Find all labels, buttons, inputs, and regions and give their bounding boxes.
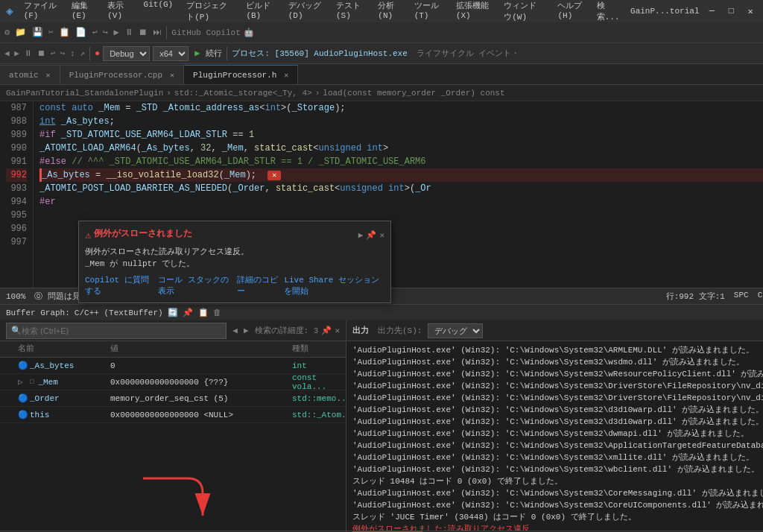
debug-sep [89,47,90,60]
col-header-value: 値 [104,341,286,357]
output-line-3: 'AudioPluginHost.exe' (Win32): 'C:\Windo… [352,380,763,392]
auto-panel-header: 🔍 ◀ ▶ 検索の詳細度: 3 📌 ✕ [0,320,346,341]
copilot-icon[interactable]: 🤖 [244,28,254,37]
error-popup-body1: 例外がスローされた読み取りアクセス違反。 [85,246,384,258]
output-line-10: 'AudioPluginHost.exe' (Win32): 'C:\Windo… [352,463,763,475]
menu-debug[interactable]: デバッグ(D) [282,0,329,25]
spc-indicator: SPC [734,291,749,302]
menu-bar[interactable]: ファイル(F) 編集(E) 表示(V) Git(G) プロジェクト(P) ビルド… [18,0,592,25]
breadcrumb: GainPanTutorial_StandalonePlugin › std::… [0,85,763,101]
var-row-this[interactable]: 🔵 this 0x0000000000000000 <NULL> std::_A… [0,407,346,423]
tab-atomic[interactable]: atomic ✕ [0,65,60,84]
output-source-select[interactable]: デバッグ [428,323,483,338]
tab-close-atomic[interactable]: ✕ [46,71,51,80]
play-icon[interactable]: ▶ [194,48,200,59]
close-button[interactable]: ✕ [744,4,757,19]
tab-close-pluginprocessor-h[interactable]: ✕ [284,71,288,80]
debug-toolbar: ◀ ▶ ⏸ ⏹ ↩ ↪ ↕ ↗ ● Debug x64 ▶ 続行 プロセス: [… [0,43,763,64]
show-callstack-link[interactable]: コール スタックの表示 [158,274,231,297]
menu-view[interactable]: 表示(V) [101,0,136,25]
var-rows: 🔵 _As_bytes 0 int ▷ □ _Mem 0x00000000000… [0,358,346,471]
menu-test[interactable]: テスト(S) [330,0,370,25]
breadcrumb-sep1: › [166,89,171,98]
menu-git[interactable]: Git(G) [138,0,180,25]
config-select[interactable]: Debug [103,46,150,61]
buffer-lang: C/C++ (TextBuffer) [75,308,163,317]
output-content[interactable]: 'AudioPluginHost.exe' (Win32): 'C:\Windo… [346,341,763,531]
auto-panel: 🔍 ◀ ▶ 検索の詳細度: 3 📌 ✕ 名前 値 種類 [0,320,346,532]
platform-select[interactable]: x64 [153,46,189,61]
tab-pluginprocessor-h[interactable]: PluginProcessor.h ✕ [184,65,298,84]
debug-sep2 [227,47,227,60]
editor-tabs[interactable]: atomic ✕ PluginProcessor.cpp ✕ PluginPro… [0,64,763,85]
tab-pluginprocessor-cpp[interactable]: PluginProcessor.cpp ✕ [60,65,184,84]
menu-tools[interactable]: ツール(T) [408,0,449,25]
var-icon-order: 🔵 [18,393,27,403]
var-type-order: std::memo... [286,393,346,405]
var-icon-this: 🔵 [18,410,27,419]
auto-search-input[interactable] [22,326,81,335]
output-line-6: 'AudioPluginHost.exe' (Win32): 'C:\Windo… [352,416,763,428]
output-line-9: 'AudioPluginHost.exe' (Win32): 'C:\Windo… [352,452,763,463]
red-arrow-svg [128,471,218,531]
var-type-mem: const vola... [286,372,346,393]
output-line-0: 'AudioPluginHost.exe' (Win32): 'C:\Windo… [352,344,763,356]
buffer-icons[interactable]: 🔄 📌 📋 🗑 [168,308,222,317]
error-popup-actions[interactable]: Copilot に質問する コール スタックの表示 詳細のコピー Live Sh… [85,274,384,297]
menu-analyze[interactable]: 分析(N) [372,0,406,25]
tab-close-pluginprocessor-cpp[interactable]: ✕ [170,71,174,80]
output-line-11: スレッド 10484 はコード 0 (0x0) で終了しました。 [352,475,763,487]
title-bar-right: 検索... GainP...torial ─ □ ✕ [597,0,757,22]
menu-project[interactable]: プロジェクト(P) [180,0,238,25]
github-copilot-label: GitHub Copilot [171,28,240,37]
menu-build[interactable]: ビルド(B) [240,0,280,25]
output-line-15: スレッド 'JUCE Timer' (30448) はコード 0 (0x0) で… [352,511,763,523]
nav-prev[interactable]: ◀ [232,326,238,335]
pin-btn[interactable]: 📌 [321,326,332,335]
app-icon: ◈ [6,4,13,19]
auto-col-headers: 名前 値 種類 [0,341,346,358]
output-panel: 出力 出力先(S): デバッグ 🗑 ⚙ 📌 ✕ 'AudioPluginHost… [346,320,763,532]
code-editor[interactable]: 987 988 989 990 991 992 993 994 995 996 … [0,101,763,288]
popup-close-icon[interactable]: ✕ [379,230,384,240]
window-title: GainP...torial [630,7,699,16]
panel-controls: 📌 ✕ [321,326,340,335]
breadcrumb-fn: load(const memory_order _Order) const [323,89,504,98]
var-icon-mem[interactable]: ▷ [18,377,27,387]
copy-details-link[interactable]: 詳細のコピー [237,274,278,297]
popup-play-icon[interactable]: ▶ [358,230,364,240]
menu-file[interactable]: ファイル(F) [18,0,64,25]
var-value-as-bytes: 0 [104,360,286,372]
col-header-name: 名前 [0,341,104,357]
toolbar-separator [166,26,167,39]
menu-extensions[interactable]: 拡張機能(X) [450,0,496,25]
minimize-button[interactable]: ─ [705,4,718,19]
menu-help[interactable]: ヘルプ(H) [551,0,592,25]
output-line-12: 'AudioPluginHost.exe' (Win32): 'C:\Windo… [352,487,763,499]
var-value-order: memory_order_seq_cst (5) [104,393,286,405]
var-row-order[interactable]: 🔵 _Order memory_order_seq_cst (5) std::m… [0,390,346,407]
output-line-5: 'AudioPluginHost.exe' (Win32): 'C:\Windo… [352,404,763,416]
debug-icons: ◀ ▶ ⏸ ⏹ ↩ ↪ ↕ ↗ [4,48,85,58]
error-popup: ⚠ 例外がスローされました ▶ 📌 ✕ 例外がスローされた読み取りアクセス違反。… [78,221,391,303]
var-icon-as-bytes: 🔵 [18,361,27,370]
breadcrumb-plugin: GainPanTutorial_StandalonePlugin [6,89,163,98]
nav-next[interactable]: ▶ [244,326,249,335]
live-share-link[interactable]: Live Share セッションを開始 [284,274,384,297]
menu-edit[interactable]: 編集(E) [66,0,100,25]
crlf-indicator: CRLF [758,291,763,302]
search-box[interactable]: 検索... [597,0,624,22]
var-row-mem[interactable]: ▷ □ _Mem 0x0000000000000000 {???} const … [0,374,346,390]
menu-window[interactable]: ウィンドウ(W) [498,0,550,25]
close-btn[interactable]: ✕ [335,326,340,335]
ask-copilot-link[interactable]: Copilot に質問する [85,274,152,297]
search-container[interactable]: 🔍 [6,323,227,339]
editor-section: atomic ✕ PluginProcessor.cpp ✕ PluginPro… [0,64,763,532]
title-bar: ◈ ファイル(F) 編集(E) 表示(V) Git(G) プロジェクト(P) ビ… [0,0,763,22]
main-toolbar: ⚙ 📁 💾 ✂ 📋 📄 ↩ ↪ ▶ ⏸ ⏹ ⏭ GitHub Copilot 🤖 [0,22,763,43]
var-value-mem: 0x0000000000000000 {???} [104,376,286,388]
popup-pin-icon[interactable]: 📌 [366,230,376,240]
var-name-mem: ▷ □ _Mem [0,376,104,388]
arrow-area [0,471,346,531]
maximize-button[interactable]: □ [724,4,738,19]
